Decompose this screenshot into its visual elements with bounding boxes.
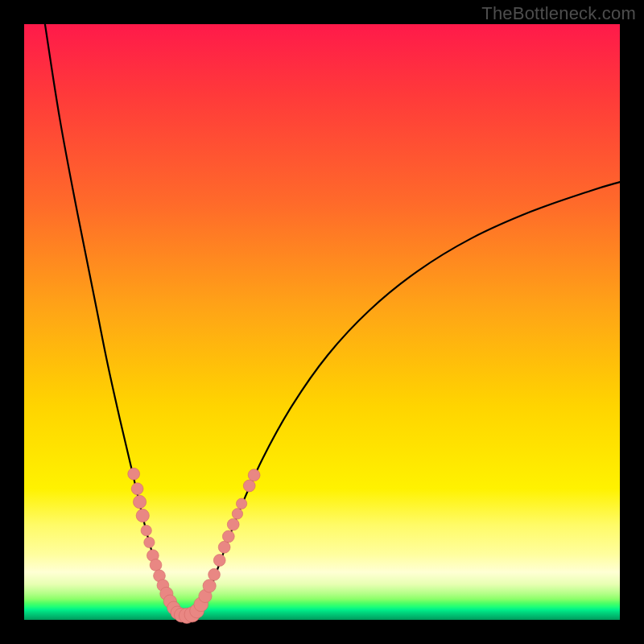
marker-group bbox=[128, 468, 260, 623]
data-marker bbox=[203, 580, 216, 592]
data-marker bbox=[136, 509, 149, 522]
data-marker bbox=[150, 559, 162, 572]
data-marker bbox=[236, 498, 246, 509]
data-marker bbox=[248, 469, 260, 481]
data-marker bbox=[128, 468, 140, 480]
data-marker bbox=[141, 525, 151, 535]
data-marker bbox=[222, 530, 234, 543]
data-marker bbox=[218, 541, 230, 553]
curve-right-branch bbox=[199, 182, 620, 614]
curve-left-branch bbox=[45, 24, 177, 617]
data-marker bbox=[208, 568, 221, 580]
data-marker bbox=[133, 495, 146, 508]
data-marker bbox=[131, 483, 143, 495]
chart-overlay bbox=[24, 24, 620, 620]
data-marker bbox=[144, 537, 155, 547]
data-marker bbox=[227, 518, 239, 530]
data-marker bbox=[213, 555, 225, 567]
data-marker bbox=[243, 480, 255, 492]
chart-frame: TheBottleneck.com bbox=[0, 0, 644, 644]
watermark-text: TheBottleneck.com bbox=[481, 3, 636, 24]
plot-area bbox=[24, 24, 620, 620]
data-marker bbox=[232, 509, 242, 519]
